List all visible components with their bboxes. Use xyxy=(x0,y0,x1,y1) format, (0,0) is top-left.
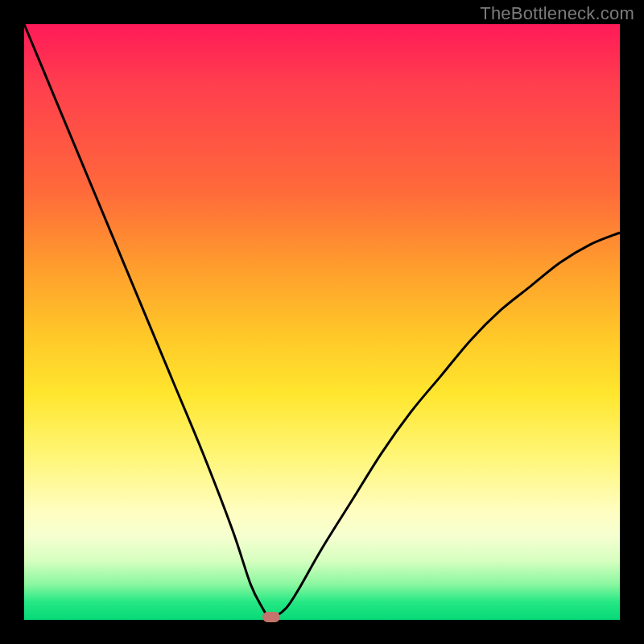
curve-path xyxy=(24,24,620,618)
bottleneck-curve xyxy=(24,24,620,620)
plot-area xyxy=(24,24,620,620)
chart-frame: TheBottleneck.com xyxy=(0,0,644,644)
watermark-text: TheBottleneck.com xyxy=(480,3,634,24)
optimum-marker xyxy=(262,612,280,622)
